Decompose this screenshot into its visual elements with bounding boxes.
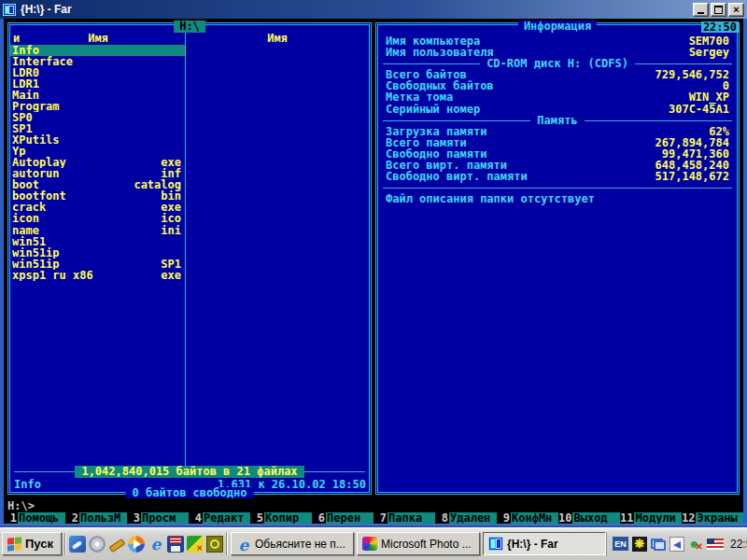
- file-row[interactable]: crackexe: [10, 202, 185, 213]
- start-button[interactable]: Пуск: [2, 532, 62, 555]
- paint-brush-icon[interactable]: [108, 536, 125, 553]
- info-row: Свободно вирт. памяти517,148,672: [378, 171, 737, 182]
- media-player-icon[interactable]: [128, 536, 145, 553]
- quick-launch-bar: [69, 536, 223, 553]
- taskbar: Пуск Обьясните не п...Microsoft Photo ..…: [0, 527, 747, 560]
- info-panel: Информация Имя компьютераSEM700Имя польз…: [375, 22, 740, 495]
- file-row[interactable]: win51ip: [10, 247, 185, 259]
- task-button[interactable]: Обьясните не п...: [231, 532, 354, 555]
- file-row[interactable]: bootfontbin: [10, 190, 185, 202]
- column-header-name-2: Имя: [186, 33, 369, 44]
- file-name: LDR1: [12, 78, 181, 90]
- cd-player-icon[interactable]: [89, 536, 106, 553]
- far-icon: [488, 537, 503, 551]
- info-value: Sergey: [689, 47, 729, 58]
- file-name: bootfont: [12, 190, 161, 202]
- file-name: icon: [12, 213, 161, 224]
- window-bottom-border: [0, 524, 747, 527]
- column-header-name-1: Имя: [10, 33, 186, 44]
- file-extension: exe: [161, 270, 181, 281]
- info-text: Файл описания папки отсутствует: [378, 193, 737, 204]
- file-row[interactable]: win51: [10, 236, 185, 247]
- minimize-button[interactable]: [693, 3, 709, 17]
- far-clock: 22:50: [701, 21, 739, 33]
- offline-status-tray-icon[interactable]: [688, 537, 703, 552]
- clock-app-icon[interactable]: [206, 536, 223, 553]
- file-name: boot: [12, 179, 134, 190]
- file-row[interactable]: iconico: [10, 213, 185, 224]
- task-button-label: Microsoft Photo ...: [381, 538, 474, 551]
- file-name: crack: [12, 202, 161, 213]
- language-indicator[interactable]: EN: [613, 537, 628, 551]
- file-row[interactable]: Program: [10, 101, 185, 112]
- file-row[interactable]: nameini: [10, 225, 185, 236]
- info-value: 307C-45A1: [669, 104, 729, 115]
- antivirus-tray-icon[interactable]: [632, 537, 647, 552]
- section-separator: Память: [378, 115, 737, 126]
- left-panel-title[interactable]: H:\: [174, 21, 205, 33]
- messenger-icon[interactable]: [187, 536, 204, 553]
- close-button[interactable]: ×: [728, 3, 744, 17]
- file-extension: ini: [161, 225, 181, 236]
- file-name: name: [12, 225, 161, 236]
- show-desktop-icon[interactable]: [69, 536, 86, 553]
- file-list: InfoInterfaceLDR0LDR1MainProgramSP0SP1XP…: [10, 45, 185, 281]
- file-extension: ico: [161, 213, 181, 224]
- file-row[interactable]: Main: [10, 90, 185, 101]
- file-extension: SP1: [161, 259, 181, 270]
- file-row[interactable]: XPutils: [10, 134, 185, 146]
- file-name: xpsp1_ru_x86: [12, 270, 161, 281]
- info-rows: Имя компьютераSEM700Имя пользователяSerg…: [378, 35, 737, 204]
- task-button-label: Обьясните не п...: [255, 538, 348, 551]
- section-separator: CD-ROM диск H: (CDFS): [378, 58, 737, 69]
- command-prompt: H:\>: [7, 499, 35, 512]
- file-row[interactable]: LDR0: [10, 67, 185, 78]
- free-space-label: 0 байтов свободно: [126, 487, 254, 498]
- volume-tray-icon[interactable]: [669, 537, 684, 552]
- selection-info-bar: 1,042,840,015 байтов в 21 файлах: [12, 466, 367, 478]
- info-row: Серийный номер307C-45A1: [378, 104, 737, 115]
- taskbar-separator: [226, 533, 228, 555]
- file-row-cursor[interactable]: Info: [10, 45, 185, 56]
- info-label: Метка тома: [386, 91, 689, 103]
- internet-explorer-icon[interactable]: [148, 536, 164, 553]
- file-name: Autoplay: [12, 157, 161, 168]
- system-tray: EN 22:50: [606, 532, 747, 556]
- file-row[interactable]: xpsp1_ru_x86exe: [10, 270, 185, 281]
- file-row[interactable]: bootcatalog: [10, 179, 185, 190]
- file-name: XPutils: [12, 134, 181, 146]
- file-name: SP0: [12, 112, 181, 123]
- network-tray-icon[interactable]: [651, 537, 666, 552]
- column-headers: и Имя Имя: [10, 33, 369, 44]
- restore-button[interactable]: [711, 3, 726, 17]
- us-flag-tray-icon[interactable]: [707, 539, 724, 550]
- file-row[interactable]: SP1: [10, 123, 185, 134]
- file-row[interactable]: SP0: [10, 112, 185, 123]
- window-title: {H:\} - Far: [21, 3, 691, 16]
- far-app-icon: [3, 4, 16, 16]
- file-row[interactable]: LDR1: [10, 78, 185, 90]
- file-name: Interface: [12, 56, 181, 67]
- file-row[interactable]: Interface: [10, 56, 185, 67]
- file-row[interactable]: Yp: [10, 146, 185, 157]
- photo-editor-icon: [362, 537, 377, 551]
- task-button[interactable]: Microsoft Photo ...: [357, 532, 480, 555]
- info-value: 729,546,752: [655, 69, 729, 80]
- window-titlebar: {H:\} - Far ×: [0, 0, 747, 19]
- file-name: Program: [12, 101, 181, 112]
- column-divider: [185, 27, 186, 468]
- info-panel-title[interactable]: Информация: [518, 21, 597, 33]
- file-name: Yp: [12, 146, 181, 157]
- info-value: 517,148,672: [655, 171, 729, 182]
- info-label: Свободно вирт. памяти: [386, 171, 655, 182]
- tray-clock: 22:50: [730, 538, 747, 551]
- floppy-disk-icon[interactable]: [167, 536, 184, 553]
- file-name: win51: [12, 236, 181, 247]
- task-buttons: Обьясните не п...Microsoft Photo ...{H:\…: [231, 532, 606, 555]
- file-row[interactable]: Autoplayexe: [10, 157, 185, 168]
- internet-explorer-icon: [236, 537, 251, 551]
- info-label: Серийный номер: [386, 104, 669, 115]
- file-row[interactable]: win51ipSP1: [10, 259, 185, 270]
- section-separator: [378, 182, 737, 193]
- task-button[interactable]: {H:\} - Far: [483, 532, 606, 555]
